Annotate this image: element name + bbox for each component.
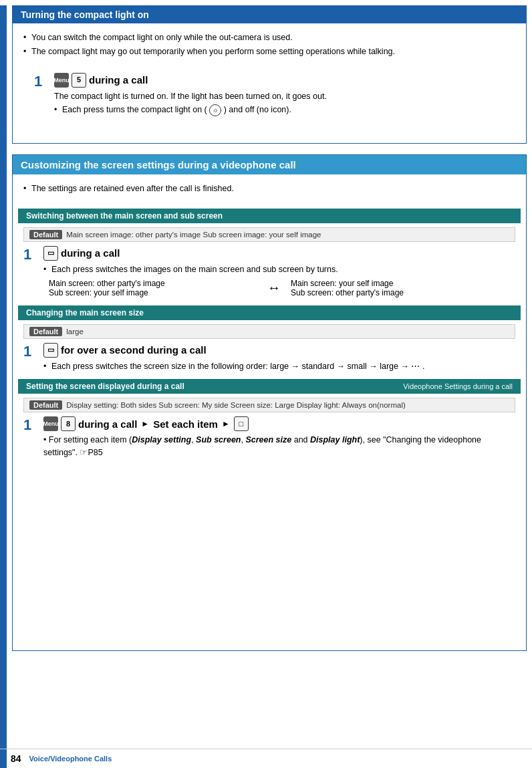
default-badge: Default — [29, 400, 62, 410]
step-content: ▭ for over a second during a call Each p… — [43, 343, 515, 374]
setting-section-bar: Setting the screen displayed during a ca… — [18, 379, 521, 394]
default-text: large — [66, 328, 84, 336]
step-number: 1 — [23, 418, 39, 432]
set-each-item-text: Set each item — [153, 418, 218, 430]
bullet-item: You can switch the compact light on only… — [23, 31, 515, 44]
customizing-section: Customizing the screen settings during a… — [12, 154, 527, 651]
compact-light-section: Turning the compact light on You can swi… — [12, 5, 527, 144]
screen-swap-diagram: Main screen: other party's image Sub scr… — [49, 279, 499, 297]
changing-section-bar: Changing the main screen size — [18, 305, 521, 320]
changing-default-bar: Default large — [23, 324, 515, 339]
default-text: Display setting: Both sides Sub screen: … — [66, 401, 406, 409]
step-1-compact: 1 Menu 5 during a call The compact light… — [34, 73, 505, 118]
customizing-bullet: The settings are retained even after the… — [23, 182, 515, 195]
step-desc: • For setting each item (Display setting… — [43, 434, 515, 459]
left-screens: Main screen: other party's image Sub scr… — [49, 279, 257, 297]
menu-icon: Menu — [43, 416, 58, 431]
videophone-settings-label: Videophone Settings during a call — [403, 382, 513, 390]
default-text: Main screen image: other party's image S… — [66, 231, 321, 239]
step-title-text: for over a second during a call — [61, 344, 207, 356]
sub-screen-label: Sub screen — [196, 435, 241, 444]
sub-screen-left: Sub screen: your self image — [49, 288, 257, 297]
default-badge: Default — [29, 230, 62, 239]
changing-step1: 1 ▭ for over a second during a call Each… — [23, 343, 515, 374]
triangle-right-icon-2: ► — [222, 419, 230, 428]
step-number: 1 — [23, 247, 39, 262]
step-content: ▭ during a call Each press switches the … — [43, 246, 515, 300]
right-screens: Main screen: your self image Sub screen:… — [291, 279, 499, 297]
bullet-item: The compact light may go out temporarily… — [23, 45, 515, 58]
swap-arrow: ↔ — [257, 280, 291, 295]
step-desc: The compact light is turned on. If the l… — [54, 90, 505, 103]
menu-icon: Menu — [54, 73, 69, 88]
step-sub-bullets: Each press turns the compact light on ( … — [54, 104, 505, 116]
customizing-header: Customizing the screen settings during a… — [13, 155, 526, 174]
sub-bullet: Each press switches the screen size in t… — [43, 360, 515, 373]
switching-sub-bullets: Each press switches the images on the ma… — [43, 263, 515, 276]
switching-step1: 1 ▭ during a call Each press switches th… — [23, 246, 515, 300]
compact-light-bullets: You can switch the compact light on only… — [23, 31, 515, 58]
page-container: Turning the compact light on You can swi… — [0, 5, 532, 768]
bottom-spacer — [13, 463, 526, 650]
setting-header-text: Setting the screen displayed during a ca… — [26, 382, 184, 391]
step-title: Menu 8 during a call ► Set each item ► □ — [43, 416, 515, 431]
step-number: 1 — [23, 344, 39, 359]
main-screen-left: Main screen: other party's image — [49, 279, 257, 288]
key-5-icon: 5 — [72, 73, 86, 88]
footer-title: Voice/Videophone Calls — [29, 755, 112, 763]
compact-light-header: Turning the compact light on — [13, 6, 526, 23]
footer: 84 Voice/Videophone Calls — [0, 749, 532, 768]
step-title-text: during a call — [89, 74, 148, 86]
step-content: Menu 8 during a call ► Set each item ► □… — [43, 416, 515, 459]
display-light-label: Display light — [310, 435, 360, 444]
step-title: Menu 5 during a call — [54, 73, 505, 88]
compact-light-content: You can switch the compact light on only… — [13, 23, 526, 143]
sub-bullet: Each press turns the compact light on ( … — [54, 104, 505, 116]
step-title: ▭ during a call — [43, 246, 515, 261]
display-setting-label: Display setting — [132, 435, 191, 444]
setting-step1: 1 Menu 8 during a call ► Set each item ►… — [23, 416, 515, 459]
page-number: 84 — [11, 753, 21, 764]
sub-bullet: Each press switches the images on the ma… — [43, 263, 515, 276]
changing-sub-bullets: Each press switches the screen size in t… — [43, 360, 515, 373]
switching-section-bar: Switching between the main screen and su… — [18, 209, 521, 223]
customizing-bullets: The settings are retained even after the… — [23, 182, 515, 195]
screen-size-icon: ▭ — [43, 343, 58, 358]
customizing-content: The settings are retained even after the… — [13, 174, 526, 203]
triangle-right-icon: ► — [141, 419, 149, 428]
step-content: Menu 5 during a call The compact light i… — [54, 73, 505, 118]
sub-screen-right: Sub screen: other party's image — [291, 288, 499, 297]
key-screen-icon: □ — [234, 416, 249, 431]
main-screen-right: Main screen: your self image — [291, 279, 499, 288]
step-title: ▭ for over a second during a call — [43, 343, 515, 358]
key-8-icon: 8 — [61, 416, 76, 431]
screen-size-label: Screen size — [245, 435, 291, 444]
during-call-text: during a call — [78, 418, 137, 430]
light-on-icon: ☼ — [209, 104, 221, 116]
step-number: 1 — [34, 74, 50, 89]
setting-default-bar: Default Display setting: Both sides Sub … — [23, 398, 515, 412]
sidebar-accent — [0, 5, 7, 768]
switching-default-bar: Default Main screen image: other party's… — [23, 227, 515, 242]
step-title-text: during a call — [61, 247, 120, 259]
screen-switch-icon: ▭ — [43, 246, 58, 261]
content-area: Turning the compact light on You can swi… — [7, 5, 532, 651]
default-badge: Default — [29, 327, 62, 336]
